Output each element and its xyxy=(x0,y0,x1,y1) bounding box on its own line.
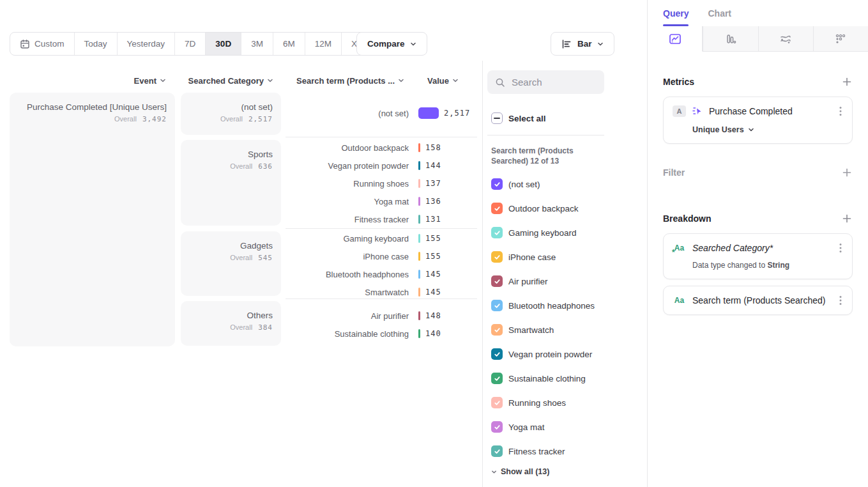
view-tab-flows[interactable] xyxy=(758,26,813,52)
series-checkbox[interactable] xyxy=(491,348,503,360)
column-header-3[interactable]: Search term (Products ... xyxy=(286,75,404,86)
table-row[interactable]: Air purifier 148 xyxy=(286,307,477,325)
value-bar xyxy=(418,270,420,279)
view-tab-retention[interactable] xyxy=(813,26,868,52)
bar-chart-icon xyxy=(561,39,572,49)
select-all-checkbox[interactable] xyxy=(491,112,503,124)
view-tab-insights[interactable] xyxy=(648,26,703,52)
term-rows-group: Air purifier 148Sustainable clothing 140 xyxy=(286,307,477,343)
range-7d[interactable]: 7D xyxy=(175,33,206,55)
range-today[interactable]: Today xyxy=(75,33,118,55)
select-all[interactable]: Select all xyxy=(487,107,546,130)
chart-type-label: Bar xyxy=(577,39,592,49)
column-label: Value xyxy=(427,76,449,86)
column-header-2[interactable]: Searched Category xyxy=(181,75,273,86)
kebab-menu-icon[interactable] xyxy=(838,242,843,254)
value-bar xyxy=(418,161,420,170)
category-cell[interactable]: Gadgets Overall545 xyxy=(181,231,281,296)
range-3m[interactable]: 3M xyxy=(241,33,273,55)
value-text: 145 xyxy=(425,288,441,297)
add-filter-button[interactable] xyxy=(841,167,853,178)
category-overall: Overall384 xyxy=(189,323,273,332)
table-row[interactable]: iPhone case 155 xyxy=(286,247,477,265)
funnels-icon xyxy=(724,32,738,46)
category-cell[interactable]: Others Overall384 xyxy=(181,301,281,346)
event-cell[interactable]: Purchase Completed [Unique Users] Overal… xyxy=(10,93,175,346)
table-row[interactable]: Bluetooth headphones 145 xyxy=(286,265,477,283)
table-row[interactable]: Outdoor backpack 158 xyxy=(286,139,477,157)
value-bar xyxy=(418,107,439,119)
breakdown-header: Breakdown xyxy=(663,213,853,224)
range-30d[interactable]: 30D xyxy=(206,33,241,55)
series-item[interactable]: Vegan protein powder xyxy=(487,342,595,366)
table-row[interactable]: Fitness tracker 131 xyxy=(286,210,477,228)
breakdown-card-searched-category[interactable]: Aa* Searched Category* Data type changed… xyxy=(663,233,853,279)
row-divider xyxy=(286,298,477,299)
value-text: 131 xyxy=(425,215,441,224)
query-panel-tabs: Query Chart xyxy=(648,0,868,26)
table-row[interactable]: (not set) 2,517 xyxy=(286,104,477,122)
range-yesterday[interactable]: Yesterday xyxy=(118,33,176,55)
category-cell[interactable]: (not set) Overall2,517 xyxy=(181,93,281,135)
series-checkbox[interactable] xyxy=(491,373,503,384)
series-item[interactable]: Running shoes xyxy=(487,390,595,415)
add-breakdown-button[interactable] xyxy=(841,213,853,224)
series-checkbox[interactable] xyxy=(491,324,503,336)
column-header-1[interactable]: Event xyxy=(64,75,166,86)
search-input[interactable] xyxy=(512,77,597,88)
category-cell[interactable]: Sports Overall636 xyxy=(181,140,281,226)
chevron-down-icon xyxy=(160,77,166,84)
series-checkbox[interactable] xyxy=(491,178,503,190)
series-item[interactable]: Yoga mat xyxy=(487,415,595,439)
category-name: Sports xyxy=(189,150,273,159)
range-label: Today xyxy=(84,39,107,49)
metric-aggregation[interactable]: Unique Users xyxy=(692,125,843,134)
tab-query[interactable]: Query xyxy=(663,0,689,26)
search-term-label: iPhone case xyxy=(286,252,409,261)
table-row[interactable]: Vegan protein powder 144 xyxy=(286,157,477,174)
series-item[interactable]: Bluetooth headphones xyxy=(487,293,595,318)
series-item[interactable]: Smartwatch xyxy=(487,318,595,342)
series-checkbox[interactable] xyxy=(491,397,503,408)
table-row[interactable]: Sustainable clothing 140 xyxy=(286,325,477,343)
compare-button[interactable]: Compare xyxy=(356,32,427,56)
series-checkbox[interactable] xyxy=(491,227,503,238)
table-row[interactable]: Running shoes 137 xyxy=(286,174,477,192)
value-text: 140 xyxy=(425,329,441,338)
kebab-menu-icon[interactable] xyxy=(838,105,843,118)
metric-card[interactable]: A Purchase Completed Unique Users xyxy=(663,97,853,144)
series-checkbox[interactable] xyxy=(491,300,503,311)
calendar-icon xyxy=(20,39,30,49)
value-text: 158 xyxy=(425,143,441,152)
series-item[interactable]: iPhone case xyxy=(487,245,595,269)
table-row[interactable]: Gaming keyboard 155 xyxy=(286,229,477,247)
breakdown-name: Search term (Products Searched) xyxy=(692,295,832,305)
show-all-button[interactable]: Show all (13) xyxy=(491,467,549,476)
add-metric-button[interactable] xyxy=(841,76,853,88)
series-checkbox[interactable] xyxy=(491,203,503,214)
series-checkbox[interactable] xyxy=(491,275,503,287)
kebab-menu-icon[interactable] xyxy=(838,294,843,307)
category-name: Others xyxy=(189,311,273,320)
series-checkbox[interactable] xyxy=(491,251,503,263)
chart-type-button[interactable]: Bar xyxy=(551,32,614,56)
series-item[interactable]: Gaming keyboard xyxy=(487,220,595,245)
series-item[interactable]: (not set) xyxy=(487,172,595,196)
series-item[interactable]: Air purifier xyxy=(487,269,595,293)
series-checkbox[interactable] xyxy=(491,445,503,457)
range-6m[interactable]: 6M xyxy=(273,33,305,55)
series-search[interactable] xyxy=(487,70,604,94)
string-property-icon: Aa xyxy=(673,296,686,305)
series-item[interactable]: Fitness tracker xyxy=(487,439,595,463)
table-row[interactable]: Yoga mat 136 xyxy=(286,192,477,210)
series-item[interactable]: Sustainable clothing xyxy=(487,366,595,390)
column-header-4[interactable]: Value xyxy=(402,75,459,86)
range-custom[interactable]: Custom xyxy=(10,33,75,55)
series-item[interactable]: Outdoor backpack xyxy=(487,196,595,220)
series-checkbox[interactable] xyxy=(491,421,503,433)
breakdown-card-search-term[interactable]: Aa Search term (Products Searched) xyxy=(663,286,853,315)
view-tab-funnels[interactable] xyxy=(703,26,758,52)
tab-chart[interactable]: Chart xyxy=(708,0,731,26)
range-12m[interactable]: 12M xyxy=(305,33,342,55)
series-label: Smartwatch xyxy=(508,325,554,335)
